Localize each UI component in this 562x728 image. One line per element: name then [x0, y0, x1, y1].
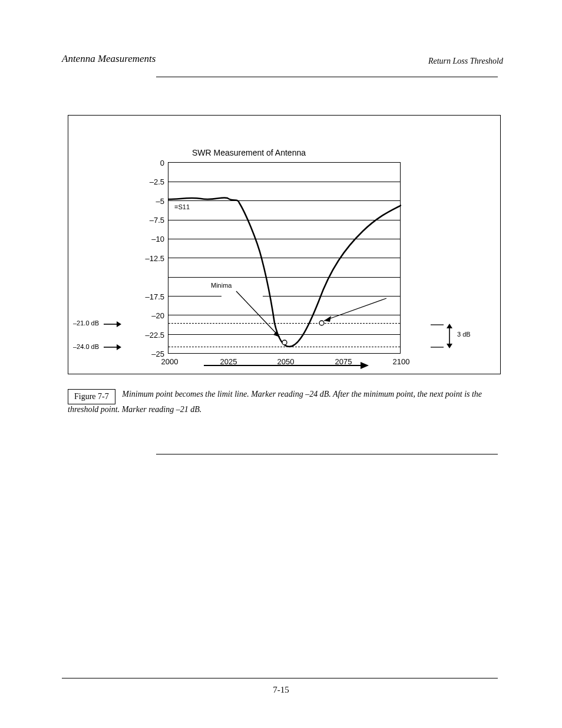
plot-area: Minima =S11 [168, 162, 401, 354]
ytick-1: –2.5 [138, 177, 164, 186]
ytick-3: –7.5 [138, 216, 164, 225]
svg-marker-7 [447, 324, 452, 328]
figure-caption-text: Minimum point becomes the limit line. Ma… [68, 390, 482, 414]
page: Antenna Measurements Return Loss Thresho… [0, 0, 562, 728]
figure-label: Figure 7-7 [68, 389, 115, 404]
svg-marker-1 [117, 321, 121, 327]
rule-mid [156, 454, 498, 454]
ytick-8: –20 [138, 311, 164, 320]
s11-label: =S11 [174, 203, 190, 210]
limit-high-label: –21.0 dB [73, 319, 99, 327]
rule-top [156, 77, 498, 77]
running-head-title: Return Loss Threshold [428, 57, 503, 66]
svg-marker-12 [273, 331, 280, 337]
svg-marker-14 [324, 316, 331, 322]
ytick-4: –10 [138, 235, 164, 243]
limit-low-label: –24.0 dB [73, 343, 99, 350]
svg-marker-10 [361, 362, 369, 369]
bottom-rule [62, 678, 498, 678]
trace [168, 197, 401, 347]
xtick-0: 2000 [158, 357, 181, 366]
svg-line-13 [324, 298, 386, 321]
chart-svg [168, 163, 401, 354]
chart-title: SWR Measurement of Antenna [192, 148, 306, 157]
minima-label: Minima [211, 282, 232, 289]
ytick-7: –17.5 [138, 292, 164, 301]
svg-marker-3 [117, 344, 121, 350]
ytick-9: –22.5 [138, 331, 164, 340]
ytick-2: –5 [138, 197, 164, 206]
svg-marker-8 [447, 344, 452, 348]
ytick-0: 0 [138, 159, 164, 167]
figure-caption: Figure 7-7 Minimum point becomes the lim… [68, 389, 498, 415]
running-head-chapter: Antenna Measurements [62, 53, 156, 65]
page-number: 7-15 [0, 685, 562, 695]
marker-minima [282, 340, 287, 345]
sweep-arrow [204, 361, 369, 370]
arrow-limit-high [104, 320, 121, 328]
ytick-5: –12.5 [138, 254, 164, 263]
marker-threshold [319, 321, 324, 325]
xtick-4: 2100 [389, 357, 413, 366]
arrow-limit-low [104, 343, 121, 351]
three-db-label: 3 dB [457, 331, 471, 338]
